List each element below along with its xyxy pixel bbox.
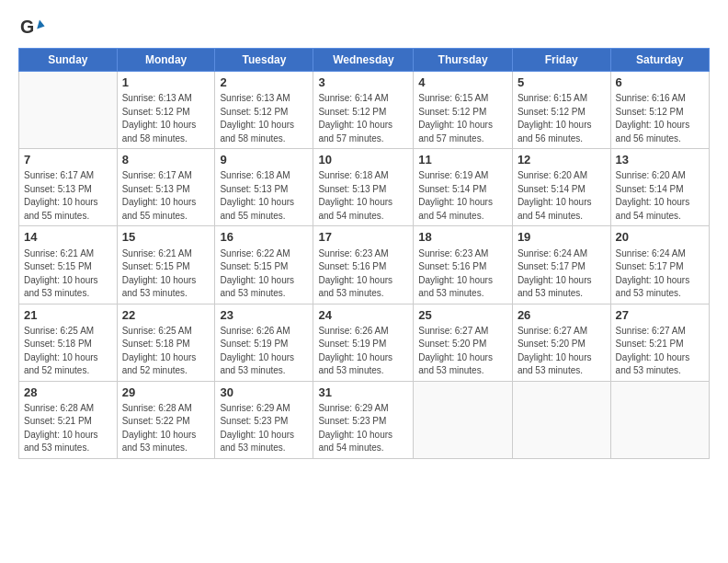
- calendar-cell: 13Sunrise: 6:20 AMSunset: 5:14 PMDayligh…: [610, 149, 709, 226]
- day-number: 31: [318, 385, 408, 401]
- day-number: 20: [616, 229, 704, 246]
- calendar-cell: 2Sunrise: 6:13 AMSunset: 5:12 PMDaylight…: [215, 72, 313, 149]
- day-info: Sunrise: 6:25 AMSunset: 5:18 PMDaylight:…: [24, 325, 112, 378]
- day-info: Sunrise: 6:26 AMSunset: 5:19 PMDaylight:…: [318, 325, 408, 378]
- day-info: Sunrise: 6:29 AMSunset: 5:23 PMDaylight:…: [318, 402, 408, 455]
- calendar-cell: 16Sunrise: 6:22 AMSunset: 5:15 PMDayligh…: [215, 226, 313, 304]
- calendar-cell: 19Sunrise: 6:24 AMSunset: 5:17 PMDayligh…: [512, 226, 610, 304]
- weekday-header: Sunday: [19, 49, 118, 72]
- day-number: 17: [318, 229, 408, 246]
- calendar-cell: 10Sunrise: 6:18 AMSunset: 5:13 PMDayligh…: [313, 149, 414, 226]
- day-number: 24: [318, 307, 408, 324]
- calendar-cell: 25Sunrise: 6:27 AMSunset: 5:20 PMDayligh…: [414, 304, 513, 381]
- calendar-cell: 5Sunrise: 6:15 AMSunset: 5:12 PMDaylight…: [512, 72, 610, 149]
- day-info: Sunrise: 6:21 AMSunset: 5:15 PMDaylight:…: [24, 247, 112, 301]
- day-number: 9: [220, 152, 308, 168]
- day-info: Sunrise: 6:18 AMSunset: 5:13 PMDaylight:…: [318, 169, 408, 223]
- calendar-cell: 14Sunrise: 6:21 AMSunset: 5:15 PMDayligh…: [19, 226, 118, 304]
- day-number: 7: [24, 152, 112, 168]
- day-number: 1: [122, 75, 210, 91]
- logo-icon: G: [20, 15, 46, 40]
- day-number: 11: [418, 152, 507, 168]
- day-info: Sunrise: 6:15 AMSunset: 5:12 PMDaylight:…: [518, 92, 606, 145]
- day-info: Sunrise: 6:23 AMSunset: 5:16 PMDaylight:…: [418, 247, 507, 301]
- day-info: Sunrise: 6:13 AMSunset: 5:12 PMDaylight:…: [220, 92, 308, 145]
- day-number: 30: [220, 385, 308, 401]
- day-number: 14: [24, 229, 112, 246]
- day-info: Sunrise: 6:23 AMSunset: 5:16 PMDaylight:…: [318, 247, 408, 301]
- day-number: 2: [220, 75, 308, 91]
- day-number: 13: [616, 152, 704, 168]
- calendar-cell: 9Sunrise: 6:18 AMSunset: 5:13 PMDaylight…: [215, 149, 313, 226]
- calendar-cell: 31Sunrise: 6:29 AMSunset: 5:23 PMDayligh…: [313, 381, 414, 458]
- day-info: Sunrise: 6:28 AMSunset: 5:21 PMDaylight:…: [24, 402, 112, 455]
- calendar-cell: 4Sunrise: 6:15 AMSunset: 5:12 PMDaylight…: [414, 72, 513, 149]
- calendar-table: SundayMondayTuesdayWednesdayThursdayFrid…: [18, 48, 710, 459]
- logo: G: [18, 15, 48, 40]
- day-number: 25: [418, 307, 507, 324]
- day-info: Sunrise: 6:19 AMSunset: 5:14 PMDaylight:…: [418, 169, 507, 223]
- day-info: Sunrise: 6:21 AMSunset: 5:15 PMDaylight:…: [122, 247, 210, 301]
- calendar-cell: 18Sunrise: 6:23 AMSunset: 5:16 PMDayligh…: [414, 226, 513, 304]
- day-info: Sunrise: 6:15 AMSunset: 5:12 PMDaylight:…: [418, 92, 507, 145]
- day-info: Sunrise: 6:13 AMSunset: 5:12 PMDaylight:…: [122, 92, 210, 145]
- day-number: 5: [518, 75, 606, 91]
- day-number: 22: [122, 307, 210, 324]
- day-number: 6: [616, 75, 704, 91]
- calendar-cell: 7Sunrise: 6:17 AMSunset: 5:13 PMDaylight…: [19, 149, 118, 226]
- calendar-cell: 1Sunrise: 6:13 AMSunset: 5:12 PMDaylight…: [117, 72, 215, 149]
- day-info: Sunrise: 6:16 AMSunset: 5:12 PMDaylight:…: [616, 92, 704, 145]
- day-number: 18: [418, 229, 507, 246]
- calendar-cell: 20Sunrise: 6:24 AMSunset: 5:17 PMDayligh…: [610, 226, 709, 304]
- calendar-cell: 8Sunrise: 6:17 AMSunset: 5:13 PMDaylight…: [117, 149, 215, 226]
- day-info: Sunrise: 6:17 AMSunset: 5:13 PMDaylight:…: [122, 169, 210, 223]
- day-info: Sunrise: 6:27 AMSunset: 5:21 PMDaylight:…: [616, 325, 704, 378]
- calendar-cell: 21Sunrise: 6:25 AMSunset: 5:18 PMDayligh…: [19, 304, 118, 381]
- calendar-cell: [610, 381, 709, 458]
- day-info: Sunrise: 6:24 AMSunset: 5:17 PMDaylight:…: [518, 247, 606, 301]
- day-number: 28: [24, 385, 112, 401]
- day-number: 4: [418, 75, 507, 91]
- day-info: Sunrise: 6:17 AMSunset: 5:13 PMDaylight:…: [24, 169, 112, 223]
- calendar-cell: 29Sunrise: 6:28 AMSunset: 5:22 PMDayligh…: [117, 381, 215, 458]
- calendar-cell: [512, 381, 610, 458]
- calendar-cell: 23Sunrise: 6:26 AMSunset: 5:19 PMDayligh…: [215, 304, 313, 381]
- day-info: Sunrise: 6:29 AMSunset: 5:23 PMDaylight:…: [220, 402, 308, 455]
- weekday-header: Saturday: [610, 49, 709, 72]
- svg-text:G: G: [20, 17, 34, 37]
- page: G SundayMondayTuesdayWednesdayThursdayFr…: [0, 0, 728, 468]
- calendar-cell: 12Sunrise: 6:20 AMSunset: 5:14 PMDayligh…: [512, 149, 610, 226]
- weekday-header: Wednesday: [313, 49, 414, 72]
- day-number: 26: [518, 307, 606, 324]
- calendar-cell: 3Sunrise: 6:14 AMSunset: 5:12 PMDaylight…: [313, 72, 414, 149]
- calendar-cell: 27Sunrise: 6:27 AMSunset: 5:21 PMDayligh…: [610, 304, 709, 381]
- day-info: Sunrise: 6:28 AMSunset: 5:22 PMDaylight:…: [122, 402, 210, 455]
- day-number: 3: [318, 75, 408, 91]
- day-info: Sunrise: 6:27 AMSunset: 5:20 PMDaylight:…: [418, 325, 507, 378]
- weekday-header: Tuesday: [215, 49, 313, 72]
- day-number: 12: [518, 152, 606, 168]
- day-info: Sunrise: 6:24 AMSunset: 5:17 PMDaylight:…: [616, 247, 704, 301]
- day-number: 16: [220, 229, 308, 246]
- day-info: Sunrise: 6:26 AMSunset: 5:19 PMDaylight:…: [220, 325, 308, 378]
- day-number: 19: [518, 229, 606, 246]
- day-info: Sunrise: 6:22 AMSunset: 5:15 PMDaylight:…: [220, 247, 308, 301]
- calendar-cell: 6Sunrise: 6:16 AMSunset: 5:12 PMDaylight…: [610, 72, 709, 149]
- weekday-header: Friday: [512, 49, 610, 72]
- calendar-cell: 22Sunrise: 6:25 AMSunset: 5:18 PMDayligh…: [117, 304, 215, 381]
- day-info: Sunrise: 6:20 AMSunset: 5:14 PMDaylight:…: [616, 169, 704, 223]
- calendar-cell: 17Sunrise: 6:23 AMSunset: 5:16 PMDayligh…: [313, 226, 414, 304]
- day-number: 8: [122, 152, 210, 168]
- weekday-header: Monday: [117, 49, 215, 72]
- day-info: Sunrise: 6:18 AMSunset: 5:13 PMDaylight:…: [220, 169, 308, 223]
- calendar-cell: 26Sunrise: 6:27 AMSunset: 5:20 PMDayligh…: [512, 304, 610, 381]
- day-info: Sunrise: 6:25 AMSunset: 5:18 PMDaylight:…: [122, 325, 210, 378]
- calendar-cell: 30Sunrise: 6:29 AMSunset: 5:23 PMDayligh…: [215, 381, 313, 458]
- day-number: 21: [24, 307, 112, 324]
- day-info: Sunrise: 6:14 AMSunset: 5:12 PMDaylight:…: [318, 92, 408, 145]
- calendar-cell: [414, 381, 513, 458]
- calendar-cell: 28Sunrise: 6:28 AMSunset: 5:21 PMDayligh…: [19, 381, 118, 458]
- day-number: 27: [616, 307, 704, 324]
- calendar-cell: 11Sunrise: 6:19 AMSunset: 5:14 PMDayligh…: [414, 149, 513, 226]
- weekday-header: Thursday: [414, 49, 513, 72]
